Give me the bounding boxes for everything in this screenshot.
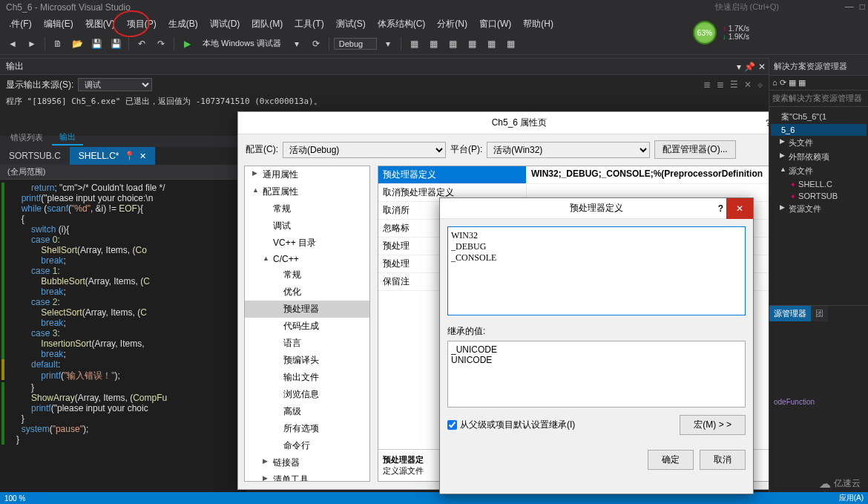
open-icon[interactable]: 📂: [69, 36, 85, 52]
help-icon[interactable]: ?: [718, 203, 723, 214]
solution-explorer: 解决方案资源管理器 ⌂ ⟳ ▦ ▦ 搜索解决方案资源管理器 案"Ch5_6"(1…: [769, 58, 868, 492]
file-shell[interactable]: ✦ SHELL.C: [771, 178, 867, 190]
dropdown-icon[interactable]: ▾: [289, 36, 305, 52]
tab-errors[interactable]: 错误列表: [3, 131, 50, 145]
ok-button[interactable]: 确定: [648, 450, 694, 470]
cancel-button[interactable]: 取消: [700, 450, 746, 470]
close-icon[interactable]: ✕: [726, 198, 753, 219]
config-select[interactable]: 活动(Debug): [283, 142, 446, 158]
apply-button[interactable]: 应用(A): [839, 493, 864, 503]
grid-row-preproc-def[interactable]: 预处理器定义 WIN32;_DEBUG;_CONSOLE;%(Preproces…: [378, 166, 794, 184]
menu-arch[interactable]: 体系结构(C): [372, 16, 432, 32]
tool-icon[interactable]: ▦: [464, 36, 480, 52]
tree-cpp-browse[interactable]: 浏览信息: [245, 386, 369, 403]
quick-launch[interactable]: 快速启动 (Ctrl+Q): [715, 1, 779, 13]
menu-window[interactable]: 窗口(W): [473, 16, 517, 32]
folder-source[interactable]: ▲源文件: [771, 164, 867, 178]
config-select[interactable]: Debug: [334, 38, 377, 50]
tool-icon[interactable]: ≣: [717, 79, 724, 90]
menu-project[interactable]: 项目(P): [121, 16, 162, 32]
dropdown-icon[interactable]: ▾: [380, 36, 396, 52]
tool-icon[interactable]: ▦: [502, 36, 519, 52]
inherit-checkbox-input[interactable]: [447, 420, 457, 430]
tool-icon[interactable]: ▦: [406, 36, 422, 52]
tree-cpp-opt[interactable]: 优化: [245, 284, 369, 301]
tool-icon[interactable]: ⟐: [757, 79, 763, 90]
solution-properties: odeFunction: [769, 393, 868, 410]
menu-file[interactable]: .件(F): [3, 16, 38, 32]
menu-build[interactable]: 生成(B): [162, 16, 204, 32]
menu-edit[interactable]: 编辑(E): [38, 16, 79, 32]
tree-vcdirs[interactable]: VC++ 目录: [245, 235, 369, 252]
dropdown-icon[interactable]: ▾: [737, 62, 741, 72]
tree-debugging[interactable]: 调试: [245, 217, 369, 235]
tree-cpp-codegen[interactable]: 代码生成: [245, 318, 369, 335]
dialog-title: 预处理器定义: [570, 202, 623, 215]
close-icon[interactable]: ✕: [139, 151, 146, 161]
tab-explorer[interactable]: 源管理器: [769, 306, 811, 321]
tree-cpp-general[interactable]: 常规: [245, 266, 369, 284]
project-node[interactable]: 5_6: [771, 124, 867, 136]
inherit-checkbox[interactable]: 从父级或项目默认设置继承(I): [447, 419, 575, 431]
tree-cpp-output[interactable]: 输出文件: [245, 369, 369, 386]
play-icon[interactable]: ▶: [179, 36, 195, 52]
tool-icon[interactable]: ▦: [425, 36, 441, 52]
refresh-icon[interactable]: ⟳: [780, 78, 786, 88]
tree-general[interactable]: 常规: [245, 200, 369, 217]
nav-back-icon[interactable]: ◄: [4, 36, 21, 52]
file-sortsub[interactable]: ✦ SORTSUB: [771, 190, 867, 202]
tree-cpp-precomp[interactable]: 预编译头: [245, 352, 369, 369]
tree-cpp-adv[interactable]: 高级: [245, 403, 369, 420]
tool-icon[interactable]: ▦: [789, 78, 796, 88]
macro-button[interactable]: 宏(M) > >: [680, 415, 746, 435]
menu-tools[interactable]: 工具(T): [289, 16, 329, 32]
tree-cpp-cmd[interactable]: 命令行: [245, 437, 369, 454]
debugger-target[interactable]: 本地 Windows 调试器: [198, 36, 286, 50]
pin-icon[interactable]: 📌: [744, 62, 755, 72]
pin-icon[interactable]: 📍: [124, 151, 135, 161]
tool-icon[interactable]: ▦: [444, 36, 461, 52]
tool-icon[interactable]: ✕: [744, 79, 752, 90]
tree-cpp-all[interactable]: 所有选项: [245, 420, 369, 437]
solution-tree[interactable]: 案"Ch5_6"(1 5_6 ▶头文件 ▶外部依赖项 ▲源文件 ✦ SHELL.…: [769, 107, 868, 219]
minimize-icon[interactable]: —: [845, 1, 854, 12]
code-editor[interactable]: return; "cm">/* Couldn't load file */ pr…: [0, 180, 246, 492]
refresh-icon[interactable]: ⟳: [308, 36, 324, 52]
menu-team[interactable]: 团队(M): [246, 16, 289, 32]
save-all-icon[interactable]: 💾: [108, 36, 124, 52]
menu-analyze[interactable]: 分析(N): [431, 16, 473, 32]
solution-root[interactable]: 案"Ch5_6"(1: [771, 110, 867, 124]
folder-headers[interactable]: ▶头文件: [771, 136, 867, 150]
tab-team[interactable]: 团: [811, 306, 828, 321]
menu-help[interactable]: 帮助(H): [517, 16, 559, 32]
menu-debug[interactable]: 调试(D): [204, 16, 246, 32]
solution-search[interactable]: 搜索解决方案资源管理器: [769, 91, 868, 107]
tree-cpp-lang[interactable]: 语言: [245, 335, 369, 352]
folder-external[interactable]: ▶外部依赖项: [771, 150, 867, 164]
tool-icon[interactable]: ☰: [730, 79, 738, 90]
file-tab-sortsub[interactable]: SORTSUB.C: [0, 147, 70, 165]
output-source-select[interactable]: 调试: [78, 78, 152, 91]
maximize-icon[interactable]: □: [860, 1, 865, 12]
home-icon[interactable]: ⌂: [772, 78, 777, 88]
platform-select[interactable]: 活动(Win32): [487, 142, 650, 158]
tab-output[interactable]: 输出: [52, 130, 83, 145]
tool-icon[interactable]: ≣: [703, 79, 711, 90]
close-icon[interactable]: ✕: [758, 62, 766, 72]
menu-test[interactable]: 测试(S): [330, 16, 372, 32]
menu-view[interactable]: 视图(V): [79, 16, 121, 32]
tree-cpp-preproc[interactable]: 预处理器: [245, 301, 369, 318]
undo-icon[interactable]: ↶: [134, 36, 150, 52]
tool-icon[interactable]: ▦: [483, 36, 499, 52]
redo-icon[interactable]: ↷: [153, 36, 169, 52]
property-tree[interactable]: ▶通用属性 ▲配置属性 常规 调试 VC++ 目录 ▲C/C++ 常规 优化 预…: [244, 166, 370, 482]
tool-icon[interactable]: ▦: [798, 78, 806, 88]
file-tab-shell[interactable]: SHELL.C* 📍 ✕: [70, 147, 155, 165]
nav-fwd-icon[interactable]: ►: [24, 36, 40, 52]
definitions-input[interactable]: [447, 226, 746, 315]
save-icon[interactable]: 💾: [88, 36, 105, 52]
zoom-level[interactable]: 100 %: [4, 494, 25, 503]
new-file-icon[interactable]: 🗎: [50, 36, 66, 52]
config-manager-button[interactable]: 配置管理器(O)...: [654, 140, 735, 159]
folder-resource[interactable]: ▶资源文件: [771, 202, 867, 216]
